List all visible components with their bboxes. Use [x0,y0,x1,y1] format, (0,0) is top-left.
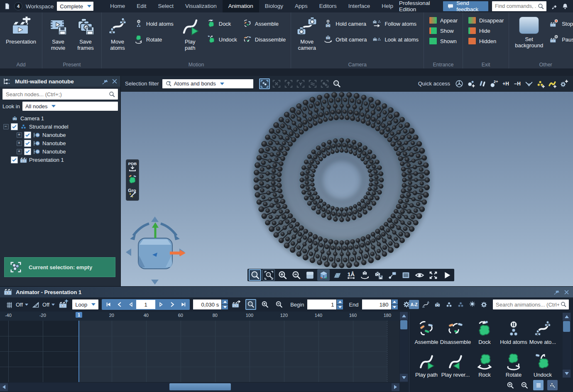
tree-node-nanotube[interactable]: +GNanotube [0,131,120,139]
animation-preset-disassemble[interactable]: Disassemble [441,313,470,346]
scroll-up-button[interactable] [400,312,408,320]
current-selection-bar[interactable]: Current selection: empty [4,257,115,277]
scroll-down-button[interactable] [563,370,571,377]
hscroll-thumb[interactable] [169,383,231,390]
grid-snap-dropdown[interactable]: Off [5,300,28,309]
fullscreen-button[interactable] [427,269,439,281]
ribbon-button-rotate[interactable]: Rotate [134,35,174,44]
ribbon-button-set-background[interactable]: Set background [511,13,547,49]
ribbon-button-save-frames[interactable]: Save frames [72,13,99,51]
close-icon[interactable] [111,78,118,85]
animation-preset-rotate[interactable]: Rotate [499,346,528,379]
ribbon-button-dock[interactable]: Dock [207,19,237,28]
scroll-up-button[interactable] [563,313,571,321]
step-forward-button[interactable] [155,299,167,309]
filter-path-button[interactable] [421,300,431,309]
visibility-checkbox[interactable] [24,131,31,139]
presets-scrollbar[interactable] [563,312,571,378]
zoom-out-button[interactable] [290,269,302,281]
next-keyframe-button[interactable] [167,299,178,309]
ruler-tick[interactable]: -20 [39,313,46,318]
ruler-tick[interactable]: 80 [213,313,218,318]
workspace-dropdown[interactable]: Complete [57,2,93,11]
notifications-icon[interactable] [561,2,569,10]
ruler-tick[interactable]: 100 [246,313,253,318]
ribbon-button-hidden[interactable]: Hidden [468,37,504,45]
current-frame-field[interactable]: 1 [136,300,155,309]
search-nodes-box[interactable] [2,89,118,100]
timeline-hscrollbar[interactable] [0,383,399,391]
go-first-frame-button[interactable] [103,299,114,309]
ribbon-button-move-atoms[interactable]: Move atoms [104,13,131,51]
ribbon-button-show[interactable]: Show [429,27,458,34]
ruler-tick[interactable]: 20 [109,313,114,318]
ribbon-button-pause[interactable]: Pause [550,35,573,44]
easing-dropdown[interactable]: Off [32,300,55,309]
ruler-tick[interactable]: -40 [5,313,12,318]
menu-visualization[interactable]: Visualization [179,0,223,12]
3d-canvas[interactable]: PDBGro 1Å [121,92,573,287]
scroll-left-button[interactable] [0,383,8,391]
tree-node-presentation-1[interactable]: Presentation 1 [0,156,120,164]
zoom-in-button[interactable] [276,269,289,281]
previous-keyframe-button[interactable] [114,299,125,309]
ribbon-button-move-camera[interactable]: Move camera [293,13,321,51]
sort-az-button[interactable]: A-Z [409,300,419,309]
zoom-out-button[interactable] [519,380,529,390]
close-icon[interactable] [563,289,570,295]
timeline-grid[interactable] [0,321,399,382]
spin-up-button[interactable] [392,299,398,304]
pdb-download-button[interactable]: PDB [127,161,138,173]
deselect-button[interactable] [271,78,282,89]
playhead-cursor[interactable] [78,321,79,382]
filter-molecule-button[interactable] [444,300,454,309]
magnifier-select-button[interactable] [262,269,275,281]
select-atoms-button[interactable] [259,78,270,89]
spin-down-button[interactable] [337,305,343,310]
camera-save-button[interactable] [372,269,384,281]
expander-plus-icon[interactable]: + [17,132,22,138]
steering-wheel-button[interactable] [454,78,464,89]
visibility-checkbox[interactable] [24,148,31,155]
filter-camera-button[interactable] [432,300,442,309]
current-frame-marker[interactable]: 1 [76,312,82,318]
background-square-button[interactable] [304,269,316,281]
timeline-vscrollbar[interactable] [400,312,408,382]
end-frame-spinner[interactable]: 180 [362,299,398,309]
turntable-button[interactable] [358,269,371,281]
add-chain-button[interactable] [547,78,557,89]
magnifier-button[interactable] [249,269,261,281]
menu-home[interactable]: Home [104,0,131,12]
tree-node-camera-1[interactable]: Camera 1 [0,114,120,122]
animation-preset-rock[interactable]: Rock [470,346,499,379]
tree-node-structural-model[interactable]: −Structural model [0,122,120,131]
add-hydrogen-button[interactable]: +H [501,78,511,89]
animation-preset-dock[interactable]: Dock [470,313,499,346]
tree-node-nanotube[interactable]: +GNanotube [0,147,120,156]
zoom-in-button[interactable] [505,380,515,390]
spin-up-button[interactable] [337,299,343,304]
animation-preset-play-path[interactable]: Play path [412,346,441,379]
menu-biology[interactable]: Biology [259,0,289,12]
menu-interface[interactable]: Interface [343,0,376,12]
animation-preset-assemble[interactable]: Assemble [412,313,441,346]
navigation-cube[interactable] [121,214,193,287]
spin-up-button[interactable] [222,299,228,304]
timeline-zoom-out-button[interactable] [274,299,284,310]
ribbon-button-disassemble[interactable]: Disassemble [243,35,286,44]
ruler-tick[interactable]: 60 [178,313,183,318]
timeline[interactable]: -40-20120406080100120140160180 [0,312,409,392]
expander-minus-icon[interactable]: − [3,124,9,129]
add-bond-button[interactable] [478,78,487,89]
send-feedback-button[interactable]: Send feedback [443,1,488,11]
step-back-button[interactable] [125,299,136,309]
ribbon-button-look-at-atoms[interactable]: Look at atoms [372,35,419,44]
find-commands-box[interactable] [492,1,546,11]
timeline-zoom-in-button[interactable] [260,299,270,310]
search-animations-box[interactable] [493,299,569,309]
select-similar-button[interactable] [307,78,318,89]
pin-icon[interactable] [102,78,109,85]
visibility-checkbox[interactable] [24,140,31,147]
ribbon-button-shown[interactable]: Shown [429,37,458,45]
go-last-frame-button[interactable] [178,299,189,309]
